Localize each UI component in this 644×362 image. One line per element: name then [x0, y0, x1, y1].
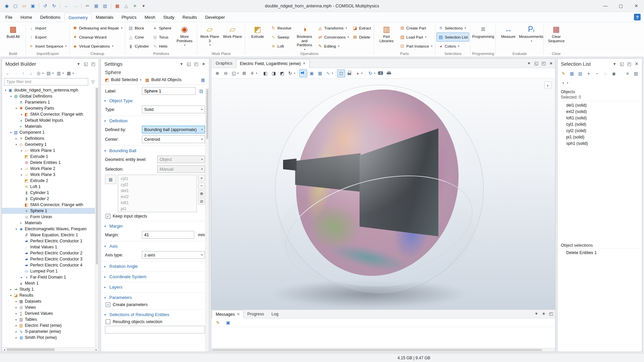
- settings-vertical-scrollbar[interactable]: [205, 88, 209, 352]
- ribbon-button-sweep[interactable]: ∿Sweep: [269, 33, 293, 42]
- ribbon-button-editing[interactable]: ✎Editing▾: [316, 42, 351, 51]
- ribbon-button-part-libraries[interactable]: ▥Part Libraries: [375, 23, 398, 50]
- g-plot-settings-button[interactable]: ∿▾: [324, 69, 334, 77]
- tree-item-study-1[interactable]: ▸⇒Study 1: [2, 286, 99, 292]
- keep-input-objects-checkbox[interactable]: ✓: [106, 214, 110, 219]
- m-clear-button[interactable]: ✎: [214, 319, 222, 327]
- ribbon-button-import[interactable]: ↓Import: [27, 23, 68, 33]
- tree-item-views[interactable]: ▸◎Views: [2, 304, 99, 310]
- tree-toggle-icon[interactable]: ▸: [19, 173, 24, 176]
- open-file-button[interactable]: ▭: [20, 2, 28, 10]
- tree-toggle-icon[interactable]: ▸: [14, 330, 18, 333]
- tree-toggle-icon[interactable]: ▸: [14, 137, 18, 140]
- g-table-button[interactable]: ▦: [316, 69, 324, 77]
- axis-type-select[interactable]: z-axis ▾: [142, 251, 205, 259]
- selection-list-item-sph1-solid[interactable]: sph1 (solid): [557, 140, 642, 146]
- tree-item-far-field-domain-1[interactable]: ▸◖Far-Field Domain 1: [2, 274, 99, 280]
- tab-messages[interactable]: Messages✕: [212, 310, 244, 318]
- tree-item-derived-values[interactable]: ▸∑Derived Values: [2, 310, 99, 316]
- sl-remove-button[interactable]: −: [593, 69, 601, 77]
- tree-item-smith-plot-emw[interactable]: ▸◍Smith Plot (emw): [2, 335, 99, 341]
- panel-menu-button[interactable]: ▾: [178, 60, 185, 67]
- undo-button[interactable]: ↺: [41, 2, 49, 10]
- panel-pin-button[interactable]: ∗: [200, 60, 207, 67]
- ribbon-button-insert-sequence[interactable]: ≡Insert Sequence▾: [27, 42, 68, 51]
- section-header-axis[interactable]: ▾ Axis: [101, 241, 209, 250]
- g-go-default-view-button[interactable]: ✛▾: [249, 69, 258, 77]
- customize-button[interactable]: ▾: [140, 2, 148, 10]
- ribbon-button-selection-list[interactable]: ▤Selection List: [436, 33, 469, 42]
- tree-item-tables[interactable]: ▸▥Tables: [2, 316, 99, 322]
- scroll-left-icon[interactable]: ◂: [2, 348, 7, 351]
- label-edit-button[interactable]: ▤: [198, 87, 205, 95]
- tree-item-parameters-1[interactable]: πParameters 1: [2, 99, 99, 105]
- tree-horizontal-scrollbar[interactable]: ◂ ▸: [2, 347, 99, 352]
- ribbon-button-booleans-and-partitions[interactable]: ◑Booleans and Partitions▾: [293, 23, 316, 51]
- tree-toggle-icon[interactable]: ▸: [19, 167, 24, 170]
- scrollbar-thumb[interactable]: [96, 88, 98, 264]
- g-zoom-out-button[interactable]: ⊖: [222, 69, 230, 77]
- tree-toggle-icon[interactable]: ▾: [14, 228, 18, 231]
- build-button[interactable]: ▩: [113, 2, 121, 10]
- tab-log[interactable]: Log: [268, 310, 282, 318]
- ribbon-button-work-plane[interactable]: ▱Work Plane: [221, 23, 244, 50]
- tree-item-sphere-1[interactable]: ●Sphere 1: [2, 208, 99, 214]
- g-snapshot-button[interactable]: [377, 69, 385, 77]
- g-lock-button[interactable]: [345, 69, 354, 77]
- ribbon-button-virtual-operations[interactable]: ◈Virtual Operations▾: [71, 42, 124, 51]
- ribbon-button-extract[interactable]: ◪Extract: [351, 23, 373, 33]
- section-header-resulting-entities[interactable]: ▾ Selections of Resulting Entities: [101, 309, 209, 318]
- panel-dock-button[interactable]: ◰: [540, 60, 547, 66]
- sl-view-button[interactable]: ▤: [632, 69, 640, 77]
- menu-results[interactable]: Results: [178, 13, 201, 22]
- tree-item-cylinder-2[interactable]: ▮Cylinder 2: [2, 196, 99, 202]
- type-select[interactable]: Solid ▾: [142, 106, 205, 113]
- sl-sort-button[interactable]: ≡: [624, 69, 632, 77]
- tree-vertical-scrollbar[interactable]: [95, 87, 99, 347]
- scrollbar-thumb[interactable]: [206, 89, 208, 139]
- ribbon-button-block[interactable]: ▧Block: [126, 23, 151, 33]
- tree-toggle-icon[interactable]: ▸: [14, 300, 18, 303]
- g-view-yz-button[interactable]: ◨: [270, 69, 278, 77]
- tree-toggle-icon[interactable]: ▸: [14, 336, 18, 339]
- ribbon-button-clear-sequence[interactable]: ▦Clear Sequence: [545, 23, 568, 50]
- tree-item-extrude-1[interactable]: ◩Extrude 1: [2, 154, 99, 160]
- menu-home[interactable]: Home: [16, 13, 36, 22]
- tree-item-results[interactable]: ▾◪Results: [2, 292, 99, 298]
- selection-list-item-loft1-solid[interactable]: loft1 (solid): [557, 115, 642, 121]
- ribbon-button-revolve[interactable]: ↻Revolve: [269, 23, 293, 33]
- tree-item-mesh-1[interactable]: ▲Mesh 1: [2, 280, 99, 286]
- g-zoom-extents-button[interactable]: ⊞: [240, 69, 248, 77]
- selection-list-item-del1-solid[interactable]: del1 (solid): [557, 102, 642, 108]
- tree-toggle-icon[interactable]: ▾: [14, 107, 18, 110]
- ribbon-button-programming[interactable]: ≡Programming: [472, 23, 494, 50]
- section-header-object-type[interactable]: ▾ Object Type: [101, 96, 209, 105]
- filter-settings-button[interactable]: ▽: [89, 78, 97, 85]
- selection-list-item-cyl1-solid[interactable]: cyl1 (solid): [557, 121, 642, 127]
- panel-float-button[interactable]: ◱: [619, 60, 625, 67]
- m-copy-button[interactable]: ▣: [224, 319, 232, 327]
- panel-pin-button[interactable]: ∗: [540, 310, 547, 317]
- tree-item-geometry-parts[interactable]: ▾✱Geometry Parts: [2, 105, 99, 111]
- tree-item-initial-values-1[interactable]: ◌Initial Values 1: [2, 244, 99, 250]
- ribbon-button-export[interactable]: ↑Export: [27, 33, 68, 42]
- selection-list-item-cyl2-solid[interactable]: cyl2 (solid): [557, 127, 642, 134]
- save-file-button[interactable]: ▣: [29, 2, 37, 10]
- tree-item-s-parameter-emw[interactable]: ▸∿S-parameter (emw): [2, 328, 99, 335]
- tree-item-double-ridged-horn-antenna-mph[interactable]: ▾▣double_ridged_horn_antenna.mph: [2, 87, 99, 93]
- paste-button[interactable]: ▧: [101, 2, 109, 10]
- tree-item-datasets[interactable]: ▸▦Datasets: [2, 298, 99, 304]
- panel-dock-button[interactable]: ◰: [193, 60, 200, 67]
- tree-item-work-plane-3[interactable]: ▸▱Work Plane 3: [2, 172, 99, 178]
- settings-extra-button[interactable]: ▦: [200, 77, 206, 82]
- section-header-margin[interactable]: ▾ Margin: [101, 221, 209, 230]
- panel-menu-button[interactable]: ▾: [533, 310, 540, 317]
- panel-pin-button[interactable]: ∗: [548, 60, 554, 66]
- ribbon-button-create-part[interactable]: ⊞Create Part: [398, 23, 434, 33]
- bb-clear-button[interactable]: ⊘: [198, 198, 205, 204]
- ribbon-button-cleanup-wizard[interactable]: ✦Cleanup Wizard: [71, 33, 124, 42]
- tab-progress[interactable]: Progress: [244, 310, 268, 318]
- tree-item-sma-connector-flange-with[interactable]: ▸◧SMA Connector, Flange with: [2, 111, 99, 117]
- menu-file[interactable]: File: [1, 13, 16, 22]
- active-selection-toggle[interactable]: ▦: [105, 175, 116, 184]
